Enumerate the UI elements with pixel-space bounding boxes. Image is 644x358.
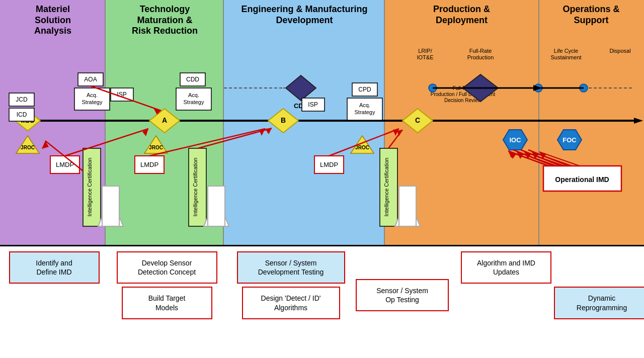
phase-emd <box>224 0 385 246</box>
bb-sensor-op: Sensor / SystemOp Testing <box>356 279 449 311</box>
msa-title: MaterielSolutionAnalysis <box>0 4 106 37</box>
col5: Algorithm and IMDUpdates DynamicReprogra… <box>456 251 644 319</box>
phase-msa <box>0 0 106 246</box>
bb-identify: Identify andDefine IMD <box>9 251 100 284</box>
phase-tmrr <box>106 0 224 246</box>
bb-develop-sensor: Develop SensorDetection Concept <box>117 251 217 284</box>
col3: Sensor / SystemDevelopment Testing Desig… <box>228 251 354 319</box>
bb-algorithm: Algorithm and IMDUpdates <box>461 251 551 284</box>
main-container: MaterielSolutionAnalysis TechnologyMatur… <box>0 0 644 358</box>
bb-sensor-dev: Sensor / SystemDevelopment Testing <box>237 251 345 284</box>
bb-build-target: Build TargetModels <box>122 287 212 319</box>
emd-title: Engineering & ManufacturingDevelopment <box>224 4 385 26</box>
lifecycle-label: Life CycleSustainment <box>543 48 589 61</box>
lrip-label: LRIP/IOT&E <box>403 48 448 61</box>
col1: Identify andDefine IMD <box>3 251 106 284</box>
bottom-border <box>0 245 644 246</box>
disposal-label: Disposal <box>601 48 639 54</box>
pd-title: Production &Deployment <box>385 4 538 26</box>
bb-design-detect: Design 'Detect / ID'Algorithms <box>242 287 340 319</box>
full-rate-label: Full-RateProduction <box>458 48 503 61</box>
os-title: Operations &Support <box>538 4 644 26</box>
phase-pd-os <box>385 0 644 246</box>
pd-os-divider <box>538 0 539 246</box>
bb-dynamic: DynamicReprogramming <box>554 287 644 319</box>
tmrr-title: TechnologyMaturation &Risk Reduction <box>106 4 224 37</box>
col2: Develop SensorDetection Concept Build Ta… <box>108 251 226 319</box>
frpdr-label: Full-RateProduction / Full DeploymentDec… <box>423 85 503 104</box>
bottom-section: Identify andDefine IMD Develop SensorDet… <box>0 246 644 358</box>
col4: Sensor / SystemOp Testing <box>356 251 454 311</box>
